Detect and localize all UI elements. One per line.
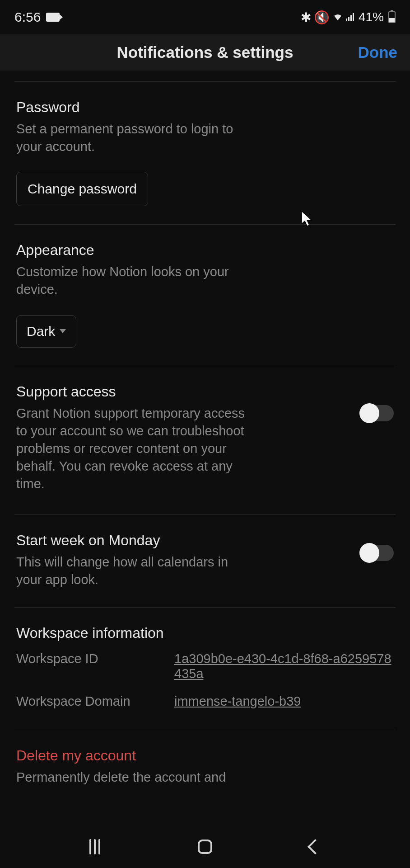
home-button[interactable] <box>198 840 212 854</box>
change-password-button[interactable]: Change password <box>16 172 148 206</box>
workspace-domain-value[interactable]: immense-tangelo-b39 <box>174 694 301 709</box>
status-right: ✱ 🔇 41% <box>301 10 396 25</box>
support-access-toggle[interactable] <box>361 405 394 421</box>
start-week-toggle[interactable] <box>361 545 394 561</box>
svg-rect-2 <box>350 15 352 21</box>
appearance-value: Dark <box>27 324 55 339</box>
password-section: Password Set a permanent password to log… <box>16 82 394 224</box>
start-week-section: Start week on Monday This will change ho… <box>16 515 394 607</box>
support-access-section: Support access Grant Notion support temp… <box>16 366 394 515</box>
svg-rect-1 <box>348 17 349 21</box>
delete-account-description: Permanently delete the account and <box>16 769 251 786</box>
page-title: Notifications & settings <box>117 43 294 61</box>
chevron-down-icon <box>60 329 66 333</box>
svg-rect-3 <box>353 13 354 21</box>
svg-rect-0 <box>346 19 347 21</box>
wifi-icon <box>332 10 343 24</box>
appearance-title: Appearance <box>16 242 394 259</box>
camera-icon <box>46 13 60 22</box>
workspace-domain-label: Workspace Domain <box>16 694 161 709</box>
status-icons: ✱ <box>301 10 311 25</box>
status-time: 6:56 <box>14 9 41 25</box>
delete-account-section[interactable]: Delete my account Permanently delete the… <box>16 729 394 786</box>
back-button[interactable] <box>308 839 323 854</box>
workspace-title: Workspace information <box>16 625 394 642</box>
done-button[interactable]: Done <box>358 43 398 61</box>
toggle-knob <box>359 543 379 563</box>
navigation-bar <box>0 826 410 868</box>
workspace-id-label: Workspace ID <box>16 651 161 681</box>
appearance-dropdown[interactable]: Dark <box>16 315 76 348</box>
status-bar: 6:56 ✱ 🔇 41% <box>0 0 410 34</box>
battery-icon <box>388 11 396 23</box>
recent-apps-button[interactable] <box>89 839 100 854</box>
support-title: Support access <box>16 383 350 400</box>
page-header: Notifications & settings Done <box>0 34 410 71</box>
workspace-id-value[interactable]: 1a309b0e-e430-4c1d-8f68-a6259578435a <box>174 651 394 681</box>
delete-account-title: Delete my account <box>16 747 394 764</box>
signal-icon <box>346 10 356 24</box>
start-week-title: Start week on Monday <box>16 532 350 549</box>
status-left: 6:56 <box>14 9 60 25</box>
password-title: Password <box>16 99 394 116</box>
start-week-description: This will change how all calendars in yo… <box>16 553 251 589</box>
mute-icon: 🔇 <box>314 10 330 25</box>
battery-percent: 41% <box>359 10 384 24</box>
workspace-info-section: Workspace information Workspace ID 1a309… <box>16 608 394 729</box>
appearance-section: Appearance Customize how Notion looks on… <box>16 225 394 365</box>
password-description: Set a permanent password to login to you… <box>16 120 251 156</box>
support-description: Grant Notion support temporary access to… <box>16 405 251 493</box>
appearance-description: Customize how Notion looks on your devic… <box>16 263 251 298</box>
toggle-knob <box>359 403 379 423</box>
